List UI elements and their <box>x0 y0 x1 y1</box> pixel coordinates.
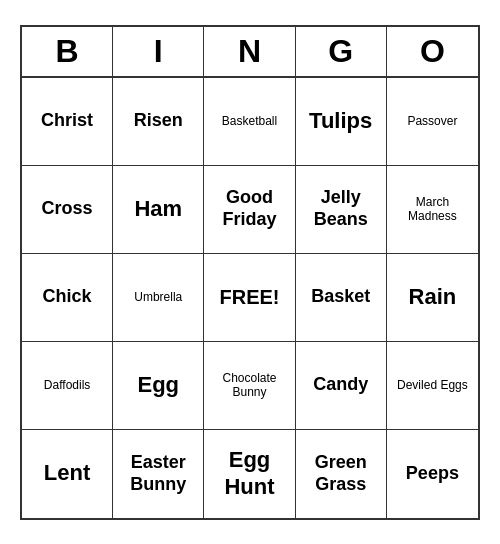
bingo-cell-12: FREE! <box>204 254 295 342</box>
bingo-cell-7: Good Friday <box>204 166 295 254</box>
bingo-cell-0: Christ <box>22 78 113 166</box>
bingo-cell-19: Deviled Eggs <box>387 342 478 430</box>
bingo-cell-9: March Madness <box>387 166 478 254</box>
bingo-cell-17: Chocolate Bunny <box>204 342 295 430</box>
bingo-cell-24: Peeps <box>387 430 478 518</box>
bingo-cell-5: Cross <box>22 166 113 254</box>
bingo-cell-23: Green Grass <box>296 430 387 518</box>
bingo-cell-11: Umbrella <box>113 254 204 342</box>
bingo-cell-18: Candy <box>296 342 387 430</box>
header-letter-o: O <box>387 27 478 76</box>
bingo-cell-16: Egg <box>113 342 204 430</box>
bingo-cell-2: Basketball <box>204 78 295 166</box>
bingo-cell-13: Basket <box>296 254 387 342</box>
bingo-cell-15: Daffodils <box>22 342 113 430</box>
bingo-cell-3: Tulips <box>296 78 387 166</box>
bingo-cell-10: Chick <box>22 254 113 342</box>
header-letter-n: N <box>204 27 295 76</box>
header-letter-i: I <box>113 27 204 76</box>
bingo-cell-14: Rain <box>387 254 478 342</box>
bingo-cell-22: Egg Hunt <box>204 430 295 518</box>
bingo-card: BINGO ChristRisenBasketballTulipsPassove… <box>20 25 480 520</box>
bingo-cell-4: Passover <box>387 78 478 166</box>
bingo-grid: ChristRisenBasketballTulipsPassoverCross… <box>22 78 478 518</box>
bingo-cell-8: Jelly Beans <box>296 166 387 254</box>
header-letter-b: B <box>22 27 113 76</box>
bingo-cell-6: Ham <box>113 166 204 254</box>
bingo-cell-21: Easter Bunny <box>113 430 204 518</box>
bingo-header: BINGO <box>22 27 478 78</box>
bingo-cell-1: Risen <box>113 78 204 166</box>
bingo-cell-20: Lent <box>22 430 113 518</box>
header-letter-g: G <box>296 27 387 76</box>
